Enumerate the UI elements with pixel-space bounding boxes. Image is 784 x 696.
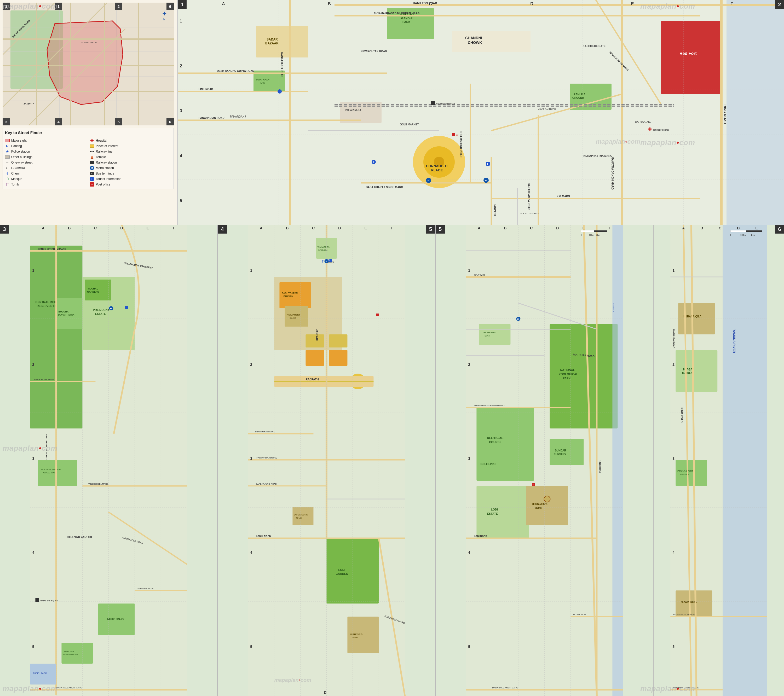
svg-text:COURSE: COURSE bbox=[489, 441, 501, 444]
legend-item-bus-terminus: B Bus terminus bbox=[90, 171, 172, 176]
svg-text:✝: ✝ bbox=[321, 259, 324, 263]
svg-text:PLACE: PLACE bbox=[431, 168, 443, 172]
svg-text:B: B bbox=[701, 226, 703, 230]
svg-text:E: E bbox=[756, 226, 758, 230]
svg-rect-207 bbox=[35, 598, 39, 602]
svg-text:LODI ROAD: LODI ROAD bbox=[474, 535, 487, 537]
svg-rect-230 bbox=[329, 334, 347, 347]
svg-text:LINK ROAD: LINK ROAD bbox=[199, 88, 213, 90]
svg-rect-361 bbox=[676, 350, 718, 392]
svg-text:SUNDAR: SUNDAR bbox=[555, 449, 566, 452]
svg-text:1: 1 bbox=[468, 268, 470, 273]
svg-text:3: 3 bbox=[32, 456, 34, 461]
svg-text:NIZAMUDDIN BRIDGE: NIZAMUDDIN BRIDGE bbox=[673, 614, 695, 616]
svg-text:CHELMSFORD ROAD: CHELMSFORD ROAD bbox=[460, 131, 462, 158]
svg-text:PARK: PARK bbox=[484, 334, 490, 337]
svg-text:D: D bbox=[120, 226, 123, 230]
svg-text:RAMLILA: RAMLILA bbox=[574, 93, 585, 96]
svg-text:ROSE GARDEN: ROSE GARDEN bbox=[63, 653, 78, 656]
main-top-map: 1 2 MAHATMA GANDHI PARK Red Fort SADAR B… bbox=[178, 0, 784, 225]
legend-grid: Major sight ✚ Hospital P Parking Place o… bbox=[5, 138, 171, 187]
svg-rect-211 bbox=[125, 306, 128, 309]
svg-text:CONNAUGHT PL: CONNAUGHT PL bbox=[81, 41, 98, 44]
svg-text:C: C bbox=[719, 226, 721, 230]
svg-rect-165 bbox=[61, 643, 93, 664]
svg-text:NEHRU PARK: NEHRU PARK bbox=[107, 618, 125, 621]
legend-item-other-buildings: Other buildings bbox=[5, 155, 87, 160]
svg-rect-237 bbox=[292, 507, 313, 525]
svg-text:3: 3 bbox=[673, 456, 675, 461]
svg-rect-281 bbox=[328, 259, 332, 262]
svg-text:JHEEL PARK: JHEEL PARK bbox=[33, 672, 47, 675]
svg-text:5: 5 bbox=[468, 645, 470, 649]
svg-rect-366 bbox=[676, 460, 707, 486]
svg-text:JANPATH: JANPATH bbox=[493, 204, 496, 216]
svg-text:K G MARG: K G MARG bbox=[557, 195, 570, 198]
map-badge-5a: 5 bbox=[426, 225, 435, 234]
svg-rect-228 bbox=[329, 350, 347, 366]
svg-text:✚: ✚ bbox=[648, 127, 652, 132]
svg-rect-297 bbox=[476, 486, 529, 538]
svg-text:TOLSTOY MARG: TOLSTOY MARG bbox=[520, 212, 539, 215]
svg-text:UPPER RIDGE ROAD: UPPER RIDGE ROAD bbox=[33, 378, 54, 381]
map-badge-6: 6 bbox=[775, 225, 784, 234]
svg-rect-136 bbox=[486, 162, 490, 166]
svg-text:PRITHVIRAJ ROAD: PRITHVIRAJ ROAD bbox=[256, 456, 277, 459]
svg-text:4: 4 bbox=[250, 551, 252, 554]
svg-rect-357 bbox=[723, 225, 767, 696]
svg-text:GARDEN: GARDEN bbox=[336, 572, 348, 575]
svg-text:RASHTRAPATI: RASHTRAPATI bbox=[282, 292, 298, 295]
map-3: 3 CENTRAL RIDGE RESERVED FOREST BUDDHA J… bbox=[0, 225, 218, 696]
svg-text:A: A bbox=[682, 226, 685, 230]
legend-item-tourist-info: i Tourist information bbox=[90, 177, 172, 181]
svg-text:HUMAYUN'S: HUMAYUN'S bbox=[350, 633, 362, 635]
svg-rect-283 bbox=[376, 314, 379, 316]
svg-text:BAZAAR: BAZAAR bbox=[265, 41, 278, 45]
svg-text:SUBRAMANIAM BHARTI MARG: SUBRAMANIAM BHARTI MARG bbox=[474, 405, 504, 407]
svg-text:B: B bbox=[68, 226, 71, 230]
svg-text:2: 2 bbox=[468, 362, 470, 367]
svg-text:PRESIDENT: PRESIDENT bbox=[93, 308, 109, 311]
svg-text:TALKATORA: TALKATORA bbox=[317, 246, 329, 248]
svg-text:M: M bbox=[428, 179, 430, 182]
svg-text:✉: ✉ bbox=[456, 134, 458, 137]
svg-point-355 bbox=[544, 496, 550, 502]
svg-text:TOMB: TOMB bbox=[296, 517, 301, 519]
svg-text:TOMB: TOMB bbox=[534, 507, 542, 510]
svg-text:ASAF ALI ROAD: ASAF ALI ROAD bbox=[539, 108, 556, 110]
svg-text:i: i bbox=[125, 306, 126, 309]
svg-rect-229 bbox=[305, 334, 324, 347]
svg-rect-347 bbox=[581, 230, 594, 232]
svg-rect-290 bbox=[476, 408, 534, 481]
svg-text:KASHMERE GATE: KASHMERE GATE bbox=[583, 45, 606, 48]
legend-item-oneway-street: → One-way street bbox=[5, 160, 87, 165]
svg-text:✉: ✉ bbox=[533, 484, 534, 486]
map-badge-3: 3 bbox=[0, 225, 9, 234]
svg-text:INDRAPRASTHA MARG: INDRAPRASTHA MARG bbox=[583, 155, 612, 157]
svg-text:mapaplan•com: mapaplan•com bbox=[274, 677, 311, 683]
svg-text:LODI: LODI bbox=[491, 508, 497, 511]
legend-item-railway-line: Railway line bbox=[90, 149, 172, 154]
svg-text:1: 1 bbox=[250, 268, 252, 273]
svg-text:E: E bbox=[631, 2, 634, 6]
legend-item-parking: P Parking bbox=[5, 144, 87, 148]
svg-text:New Delhi Rly Stn: New Delhi Rly Stn bbox=[436, 102, 455, 105]
svg-text:BARAKHAMBA ROAD: BARAKHAMBA ROAD bbox=[527, 183, 530, 210]
svg-rect-294 bbox=[550, 439, 583, 465]
svg-text:A: A bbox=[42, 226, 44, 230]
svg-text:M: M bbox=[110, 308, 112, 310]
svg-text:3: 3 bbox=[468, 456, 470, 461]
svg-text:NURSERY: NURSERY bbox=[553, 453, 566, 456]
inset-map: 3 6 3 6 1 2 4 5 SADAR PATEL MARG JANPATH bbox=[3, 3, 174, 125]
legend-item-railway-station: Railway station bbox=[90, 160, 172, 165]
svg-text:PARK: PARK bbox=[259, 82, 265, 84]
svg-text:6: 6 bbox=[169, 120, 171, 124]
svg-text:YAMUNA: YAMUNA bbox=[612, 303, 614, 312]
svg-text:PAHARGANJ: PAHARGANJ bbox=[345, 109, 361, 112]
svg-text:ESTATE: ESTATE bbox=[487, 512, 498, 515]
svg-text:RING ROAD: RING ROAD bbox=[723, 105, 727, 124]
svg-text:YAMUNA RIVER: YAMUNA RIVER bbox=[733, 329, 736, 353]
svg-text:4: 4 bbox=[468, 551, 470, 554]
svg-rect-124 bbox=[431, 101, 435, 105]
svg-text:MAHATMA GANDHI MARG: MAHATMA GANDHI MARG bbox=[673, 686, 699, 689]
